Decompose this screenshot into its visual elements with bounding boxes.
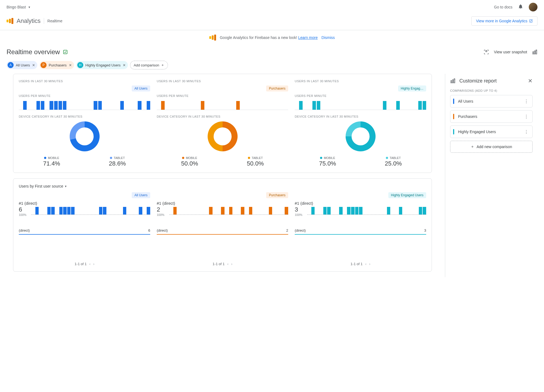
device-label: TABLET	[114, 156, 125, 160]
source-rank: #1 (direct)	[19, 201, 150, 206]
section-label: Realtime	[47, 19, 62, 23]
users-30-label: USERS IN LAST 30 MINUTES	[19, 79, 150, 83]
chip-all-users[interactable]: A All Users ✕	[7, 61, 37, 69]
svg-rect-0	[63, 50, 67, 54]
comparison-item-engaged[interactable]: Highly Engaged Users ⋮	[450, 125, 533, 138]
add-new-comparison-button[interactable]: ＋ Add new comparison	[450, 141, 533, 153]
segment-badge: Purchasers	[266, 192, 288, 198]
learn-more-link[interactable]: Learn more	[298, 35, 318, 40]
source-table-row: (direct)2	[157, 226, 288, 234]
live-status-icon	[63, 49, 68, 55]
source-count: 2	[157, 206, 164, 213]
device-percent: 50.0%	[181, 160, 198, 167]
banner-text: Google Analytics for Firebase has a new …	[220, 35, 318, 40]
users-per-minute-chart	[295, 100, 426, 110]
plus-icon: ＋	[161, 63, 164, 68]
source-percent: 100%	[19, 213, 26, 216]
chip-letter-h: H	[77, 62, 83, 68]
device-label: TABLET	[390, 156, 401, 160]
users-per-min-label: USERS PER MINUTE	[295, 94, 426, 97]
comparisons-sublabel: COMPARISONS (ADD UP TO 4)	[450, 89, 533, 92]
segment-badge: Highly Engaged Users	[388, 192, 426, 198]
pager-next[interactable]: ›	[93, 262, 94, 266]
add-new-label: Add new comparison	[477, 145, 512, 149]
device-percent: 50.0%	[247, 160, 264, 167]
device-label: MOBILE	[48, 156, 59, 160]
svg-rect-2	[533, 52, 534, 54]
users-per-minute-chart	[19, 100, 150, 110]
users-per-minute-chart	[157, 100, 288, 110]
device-percent: 28.6%	[109, 160, 126, 167]
chip-label: All Users	[16, 63, 30, 67]
project-selector[interactable]: Bingo Blast ▼	[7, 5, 31, 9]
users-30-label: USERS IN LAST 30 MINUTES	[295, 79, 426, 83]
source-spark-chart	[169, 206, 288, 215]
go-to-docs-link[interactable]: Go to docs	[494, 5, 512, 9]
pager-text: 1-1 of 1	[351, 262, 362, 266]
segment-badge: Highly Engag…	[398, 85, 426, 91]
legend-dot	[320, 157, 322, 159]
legend-dot	[248, 157, 250, 159]
legend-dot	[44, 157, 46, 159]
more-options-icon[interactable]: ⋮	[524, 99, 528, 104]
view-more-button[interactable]: View more in Google Analytics	[471, 16, 537, 26]
source-dropdown-label: Users by First user source	[19, 184, 63, 188]
add-comparison-label: Add comparison	[134, 63, 159, 67]
legend-dot	[182, 157, 184, 159]
chip-letter-a: A	[8, 62, 14, 68]
svg-point-1	[486, 50, 487, 52]
device-donut-chart	[346, 121, 376, 151]
chevron-down-icon: ▼	[28, 6, 31, 9]
legend-dot	[386, 157, 388, 159]
color-swatch	[453, 99, 454, 104]
more-options-icon[interactable]: ⋮	[524, 114, 528, 119]
pager-text: 1-1 of 1	[75, 262, 87, 266]
avatar[interactable]	[529, 3, 537, 11]
source-count: 6	[19, 206, 26, 213]
analytics-title: Analytics	[17, 17, 41, 24]
comparison-label: Purchasers	[458, 114, 477, 119]
pager-prev[interactable]: ‹	[89, 262, 90, 266]
comparison-item-all-users[interactable]: All Users ⋮	[450, 95, 533, 108]
close-icon[interactable]: ✕	[69, 63, 72, 67]
pager-next[interactable]: ›	[369, 262, 370, 266]
device-percent: 71.4%	[43, 160, 60, 167]
view-snapshot-link[interactable]: View user snapshot	[494, 50, 527, 54]
source-dropdown[interactable]: Users by First user source ▼	[19, 184, 426, 188]
svg-rect-6	[452, 80, 453, 83]
plus-icon: ＋	[471, 144, 474, 149]
pager-next[interactable]: ›	[231, 262, 232, 266]
chip-engaged[interactable]: H Highly Engaged Users ✕	[76, 61, 128, 69]
analytics-logo-small	[209, 35, 216, 41]
dismiss-link[interactable]: Dismiss	[321, 35, 335, 40]
color-swatch	[453, 129, 454, 134]
device-category-label: DEVICE CATEGORY IN LAST 30 MINUTES	[295, 115, 426, 118]
focus-icon[interactable]	[484, 49, 489, 55]
close-icon[interactable]: ✕	[123, 63, 126, 67]
source-rank: #1 (direct)	[157, 201, 288, 206]
chip-purchasers[interactable]: P Purchasers ✕	[39, 61, 74, 69]
chip-label: Highly Engaged Users	[85, 63, 121, 67]
svg-rect-3	[534, 51, 535, 54]
close-icon[interactable]: ✕	[32, 63, 35, 67]
device-percent: 75.0%	[319, 160, 336, 167]
pager-text: 1-1 of 1	[213, 262, 225, 266]
pager-prev[interactable]: ‹	[365, 262, 366, 266]
banner-prefix: Google Analytics for Firebase has a new …	[220, 35, 298, 40]
source-table-row: (direct)3	[295, 226, 426, 234]
pager-prev[interactable]: ‹	[227, 262, 228, 266]
bell-icon[interactable]	[518, 4, 523, 11]
page-title: Realtime overview	[7, 48, 60, 56]
customize-icon[interactable]	[532, 49, 537, 55]
device-category-label: DEVICE CATEGORY IN LAST 30 MINUTES	[19, 115, 150, 118]
close-icon[interactable]: ✕	[528, 78, 533, 84]
more-options-icon[interactable]: ⋮	[524, 129, 528, 134]
segment-badge: All Users	[132, 85, 150, 91]
comparison-item-purchasers[interactable]: Purchasers ⋮	[450, 110, 533, 123]
add-comparison-button[interactable]: Add comparison ＋	[130, 61, 168, 69]
view-more-label: View more in Google Analytics	[476, 19, 527, 23]
source-count: 3	[295, 206, 302, 213]
device-category-label: DEVICE CATEGORY IN LAST 30 MINUTES	[157, 115, 288, 118]
users-30-label: USERS IN LAST 30 MINUTES	[157, 79, 288, 83]
source-percent: 100%	[295, 213, 302, 216]
